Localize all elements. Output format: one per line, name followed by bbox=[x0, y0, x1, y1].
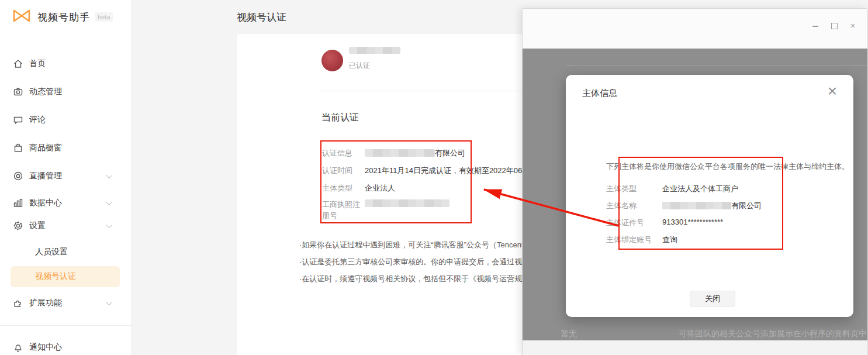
sidebar-item-label: 扩展功能 bbox=[29, 298, 62, 308]
app-root: 视频号助手 beta 首页 动态管理 评论 商品橱窗 bbox=[0, 0, 868, 355]
sidebar-item-data-center[interactable]: 数据中心 bbox=[0, 194, 132, 212]
channels-logo-icon bbox=[12, 7, 33, 27]
page-title: 视频号认证 bbox=[237, 11, 286, 24]
sidebar: 视频号助手 beta 首页 动态管理 评论 商品橱窗 bbox=[0, 0, 132, 355]
field-label: 主体证件号 bbox=[606, 218, 660, 228]
chevron-down-icon bbox=[106, 173, 112, 178]
window-controls: × bbox=[811, 22, 857, 30]
close-button[interactable]: 关闭 bbox=[690, 291, 735, 307]
app-logo-row: 视频号助手 beta bbox=[12, 7, 113, 27]
window-bottom-strip bbox=[523, 340, 867, 355]
sidebar-item-label: 通知中心 bbox=[29, 342, 62, 353]
field-label: 工商执照注册号 bbox=[322, 199, 363, 221]
sidebar-item-label: 商品橱窗 bbox=[29, 143, 62, 153]
dim-bottom-left-label: 暂无 bbox=[561, 329, 577, 339]
bag-icon bbox=[13, 143, 23, 153]
field-value: 企业法人及个体工商户 bbox=[662, 184, 838, 194]
redacted-license-number bbox=[365, 199, 449, 207]
comment-icon bbox=[13, 115, 23, 125]
chart-icon bbox=[13, 198, 23, 208]
redacted-account-name bbox=[349, 47, 400, 54]
sidebar-item-label: 动态管理 bbox=[29, 87, 62, 97]
sidebar-item-home[interactable]: 首页 bbox=[0, 54, 132, 73]
query-link[interactable]: 查询 bbox=[662, 235, 838, 245]
maximize-icon[interactable] bbox=[830, 22, 838, 30]
window-titlebar: × bbox=[523, 9, 867, 49]
field-label: 认证信息 bbox=[322, 148, 363, 158]
gear-icon bbox=[13, 220, 23, 231]
dim-bottom-right-label: 可将团队的相关公众号添加展示在小程序的资料页中 bbox=[679, 329, 867, 339]
field-label: 主体名称 bbox=[606, 201, 660, 211]
field-label: 主体类型 bbox=[606, 184, 660, 194]
chevron-down-icon bbox=[106, 222, 112, 228]
sidebar-item-product-window[interactable]: 商品橱窗 bbox=[0, 139, 132, 157]
subject-info-modal: 主体信息 × 下列主体将是你使用微信公众平台各项服务的唯一法律主体与缔约主体。 … bbox=[566, 75, 853, 317]
redacted-company-name bbox=[365, 149, 435, 157]
sidebar-item-notification-center[interactable]: 通知中心 bbox=[0, 338, 132, 355]
section-title: 当前认证 bbox=[321, 112, 359, 124]
sidebar-item-label: 人员设置 bbox=[35, 247, 68, 257]
dim-divider bbox=[566, 65, 867, 66]
sidebar-item-label: 直播管理 bbox=[29, 171, 62, 181]
home-icon bbox=[13, 58, 23, 69]
bell-icon bbox=[13, 342, 23, 353]
sidebar-item-moments[interactable]: 动态管理 bbox=[0, 82, 132, 101]
sidebar-item-label: 视频号认证 bbox=[35, 271, 76, 282]
sidebar-item-extensions[interactable]: 扩展功能 bbox=[0, 294, 132, 312]
camera-icon bbox=[13, 87, 23, 97]
sidebar-divider bbox=[0, 325, 132, 326]
minimize-icon[interactable] bbox=[811, 22, 819, 30]
app-title: 视频号助手 bbox=[37, 11, 90, 24]
close-icon[interactable]: × bbox=[828, 82, 837, 101]
modal-title: 主体信息 bbox=[582, 88, 617, 99]
field-label: 认证时间 bbox=[322, 166, 363, 175]
sidebar-item-label: 数据中心 bbox=[29, 198, 62, 208]
puzzle-icon bbox=[13, 298, 23, 308]
field-value: 有限公司 bbox=[662, 201, 838, 211]
field-label: 主体绑定账号 bbox=[606, 235, 660, 245]
chevron-down-icon bbox=[106, 199, 112, 205]
beta-badge: beta bbox=[95, 12, 113, 22]
sidebar-item-live[interactable]: 直播管理 bbox=[0, 167, 132, 185]
sidebar-item-label: 首页 bbox=[29, 58, 46, 69]
sidebar-item-staff-settings[interactable]: 人员设置 bbox=[0, 243, 132, 261]
avatar bbox=[321, 50, 343, 71]
sidebar-item-label: 评论 bbox=[29, 115, 46, 125]
chevron-down-icon bbox=[106, 299, 112, 305]
sidebar-item-channel-certification[interactable]: 视频号认证 bbox=[0, 267, 132, 286]
sidebar-item-settings[interactable]: 设置 bbox=[0, 216, 132, 235]
field-label: 主体类型 bbox=[322, 183, 363, 193]
field-value: 913301************ bbox=[662, 218, 838, 226]
live-icon bbox=[13, 171, 23, 181]
certified-status: 已认证 bbox=[349, 61, 370, 71]
close-window-icon[interactable]: × bbox=[849, 22, 857, 30]
sidebar-item-comments[interactable]: 评论 bbox=[0, 111, 132, 129]
sidebar-item-label: 设置 bbox=[29, 220, 46, 231]
redacted-subject-name bbox=[662, 202, 731, 209]
modal-description: 下列主体将是你使用微信公众平台各项服务的唯一法律主体与缔约主体。 bbox=[606, 161, 852, 172]
